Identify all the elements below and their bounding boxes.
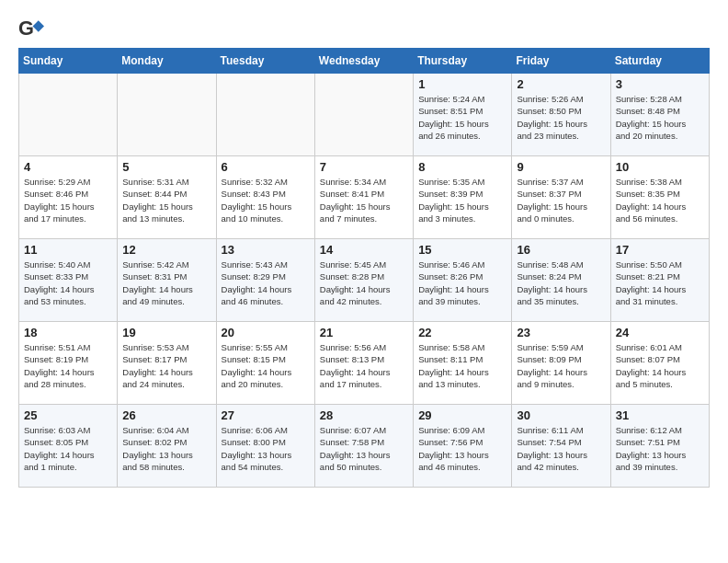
day-number: 7 <box>320 160 408 174</box>
calendar-cell: 29Sunrise: 6:09 AM Sunset: 7:56 PM Dayli… <box>414 405 512 488</box>
day-info: Sunrise: 6:03 AM Sunset: 8:05 PM Dayligh… <box>24 424 112 473</box>
day-info: Sunrise: 5:38 AM Sunset: 8:35 PM Dayligh… <box>616 176 704 224</box>
day-info: Sunrise: 5:51 AM Sunset: 8:19 PM Dayligh… <box>24 341 112 390</box>
calendar-cell <box>216 74 314 156</box>
day-info: Sunrise: 5:28 AM Sunset: 8:48 PM Dayligh… <box>616 93 704 142</box>
day-info: Sunrise: 6:09 AM Sunset: 7:56 PM Dayligh… <box>418 424 506 473</box>
calendar-cell <box>314 74 413 156</box>
calendar-cell: 18Sunrise: 5:51 AM Sunset: 8:19 PM Dayli… <box>19 322 118 405</box>
day-info: Sunrise: 5:35 AM Sunset: 8:39 PM Dayligh… <box>418 176 506 224</box>
calendar-cell: 30Sunrise: 6:11 AM Sunset: 7:54 PM Dayli… <box>512 405 610 488</box>
calendar-cell: 26Sunrise: 6:04 AM Sunset: 8:02 PM Dayli… <box>118 405 216 488</box>
day-number: 25 <box>24 408 112 422</box>
calendar-cell: 31Sunrise: 6:12 AM Sunset: 7:51 PM Dayli… <box>610 405 709 488</box>
calendar-cell: 4Sunrise: 5:29 AM Sunset: 8:46 PM Daylig… <box>19 156 118 239</box>
header: G <box>18 15 710 40</box>
day-info: Sunrise: 5:53 AM Sunset: 8:17 PM Dayligh… <box>122 341 210 390</box>
day-number: 11 <box>24 243 112 257</box>
calendar-week-row: 25Sunrise: 6:03 AM Sunset: 8:05 PM Dayli… <box>19 405 710 488</box>
day-number: 17 <box>616 243 704 257</box>
weekday-header-saturday: Saturday <box>610 49 709 74</box>
day-info: Sunrise: 5:48 AM Sunset: 8:24 PM Dayligh… <box>517 259 605 307</box>
calendar-cell: 24Sunrise: 6:01 AM Sunset: 8:07 PM Dayli… <box>610 322 709 405</box>
day-number: 27 <box>222 408 310 422</box>
weekday-header-monday: Monday <box>118 49 216 74</box>
calendar-cell: 25Sunrise: 6:03 AM Sunset: 8:05 PM Dayli… <box>19 405 118 488</box>
calendar-week-row: 18Sunrise: 5:51 AM Sunset: 8:19 PM Dayli… <box>19 322 710 405</box>
calendar-cell: 14Sunrise: 5:45 AM Sunset: 8:28 PM Dayli… <box>314 239 413 322</box>
calendar-table: SundayMondayTuesdayWednesdayThursdayFrid… <box>18 48 710 488</box>
svg-marker-1 <box>33 20 44 31</box>
day-number: 2 <box>517 77 605 91</box>
day-info: Sunrise: 5:43 AM Sunset: 8:29 PM Dayligh… <box>222 259 310 307</box>
day-info: Sunrise: 5:50 AM Sunset: 8:21 PM Dayligh… <box>616 259 704 307</box>
day-info: Sunrise: 5:42 AM Sunset: 8:31 PM Dayligh… <box>122 259 210 307</box>
calendar-cell: 3Sunrise: 5:28 AM Sunset: 8:48 PM Daylig… <box>610 74 709 156</box>
calendar-cell: 9Sunrise: 5:37 AM Sunset: 8:37 PM Daylig… <box>512 156 610 239</box>
day-number: 1 <box>418 77 506 91</box>
day-info: Sunrise: 5:31 AM Sunset: 8:44 PM Dayligh… <box>122 176 210 224</box>
day-info: Sunrise: 5:29 AM Sunset: 8:46 PM Dayligh… <box>24 176 112 224</box>
calendar-cell: 17Sunrise: 5:50 AM Sunset: 8:21 PM Dayli… <box>610 239 709 322</box>
day-number: 13 <box>222 243 310 257</box>
day-info: Sunrise: 5:59 AM Sunset: 8:09 PM Dayligh… <box>517 341 605 390</box>
day-number: 9 <box>517 160 605 174</box>
day-number: 14 <box>320 243 408 257</box>
day-number: 23 <box>517 326 605 339</box>
day-number: 10 <box>616 160 704 174</box>
day-number: 18 <box>24 326 112 339</box>
weekday-header-friday: Friday <box>512 49 610 74</box>
calendar-cell: 23Sunrise: 5:59 AM Sunset: 8:09 PM Dayli… <box>512 322 610 405</box>
day-info: Sunrise: 6:11 AM Sunset: 7:54 PM Dayligh… <box>517 424 605 473</box>
calendar-cell <box>118 74 216 156</box>
day-number: 8 <box>418 160 506 174</box>
day-info: Sunrise: 6:01 AM Sunset: 8:07 PM Dayligh… <box>616 341 704 390</box>
day-number: 31 <box>616 408 704 422</box>
calendar-cell: 28Sunrise: 6:07 AM Sunset: 7:58 PM Dayli… <box>314 405 413 488</box>
day-number: 15 <box>418 243 506 257</box>
day-info: Sunrise: 5:34 AM Sunset: 8:41 PM Dayligh… <box>320 176 408 224</box>
calendar-cell: 22Sunrise: 5:58 AM Sunset: 8:11 PM Dayli… <box>414 322 512 405</box>
weekday-header-thursday: Thursday <box>414 49 512 74</box>
calendar-cell: 11Sunrise: 5:40 AM Sunset: 8:33 PM Dayli… <box>19 239 118 322</box>
weekday-header-wednesday: Wednesday <box>314 49 413 74</box>
day-number: 19 <box>122 326 210 339</box>
day-info: Sunrise: 5:55 AM Sunset: 8:15 PM Dayligh… <box>222 341 310 390</box>
calendar-cell: 21Sunrise: 5:56 AM Sunset: 8:13 PM Dayli… <box>314 322 413 405</box>
day-number: 29 <box>418 408 506 422</box>
day-number: 24 <box>616 326 704 339</box>
day-info: Sunrise: 5:37 AM Sunset: 8:37 PM Dayligh… <box>517 176 605 224</box>
calendar-cell: 5Sunrise: 5:31 AM Sunset: 8:44 PM Daylig… <box>118 156 216 239</box>
calendar-cell: 1Sunrise: 5:24 AM Sunset: 8:51 PM Daylig… <box>414 74 512 156</box>
calendar-week-row: 4Sunrise: 5:29 AM Sunset: 8:46 PM Daylig… <box>19 156 710 239</box>
day-info: Sunrise: 6:06 AM Sunset: 8:00 PM Dayligh… <box>222 424 310 473</box>
day-number: 28 <box>320 408 408 422</box>
calendar-cell: 2Sunrise: 5:26 AM Sunset: 8:50 PM Daylig… <box>512 74 610 156</box>
day-info: Sunrise: 5:32 AM Sunset: 8:43 PM Dayligh… <box>222 176 310 224</box>
calendar-cell: 19Sunrise: 5:53 AM Sunset: 8:17 PM Dayli… <box>118 322 216 405</box>
day-info: Sunrise: 5:40 AM Sunset: 8:33 PM Dayligh… <box>24 259 112 307</box>
day-number: 22 <box>418 326 506 339</box>
calendar-cell: 20Sunrise: 5:55 AM Sunset: 8:15 PM Dayli… <box>216 322 314 405</box>
calendar-cell: 13Sunrise: 5:43 AM Sunset: 8:29 PM Dayli… <box>216 239 314 322</box>
day-info: Sunrise: 5:58 AM Sunset: 8:11 PM Dayligh… <box>418 341 506 390</box>
day-number: 4 <box>24 160 112 174</box>
page: G SundayMondayTuesdayWednesdayThursdayFr… <box>0 0 728 497</box>
day-info: Sunrise: 5:45 AM Sunset: 8:28 PM Dayligh… <box>320 259 408 307</box>
day-number: 16 <box>517 243 605 257</box>
day-info: Sunrise: 6:07 AM Sunset: 7:58 PM Dayligh… <box>320 424 408 473</box>
day-info: Sunrise: 6:12 AM Sunset: 7:51 PM Dayligh… <box>616 424 704 473</box>
calendar-cell: 15Sunrise: 5:46 AM Sunset: 8:26 PM Dayli… <box>414 239 512 322</box>
svg-text:G: G <box>18 17 34 40</box>
day-number: 12 <box>122 243 210 257</box>
day-number: 30 <box>517 408 605 422</box>
logo-icon: G <box>18 15 44 40</box>
day-info: Sunrise: 6:04 AM Sunset: 8:02 PM Dayligh… <box>122 424 210 473</box>
calendar-cell: 12Sunrise: 5:42 AM Sunset: 8:31 PM Dayli… <box>118 239 216 322</box>
day-number: 5 <box>122 160 210 174</box>
day-number: 20 <box>222 326 310 339</box>
calendar-week-row: 1Sunrise: 5:24 AM Sunset: 8:51 PM Daylig… <box>19 74 710 156</box>
day-info: Sunrise: 5:46 AM Sunset: 8:26 PM Dayligh… <box>418 259 506 307</box>
calendar-cell: 8Sunrise: 5:35 AM Sunset: 8:39 PM Daylig… <box>414 156 512 239</box>
day-number: 21 <box>320 326 408 339</box>
